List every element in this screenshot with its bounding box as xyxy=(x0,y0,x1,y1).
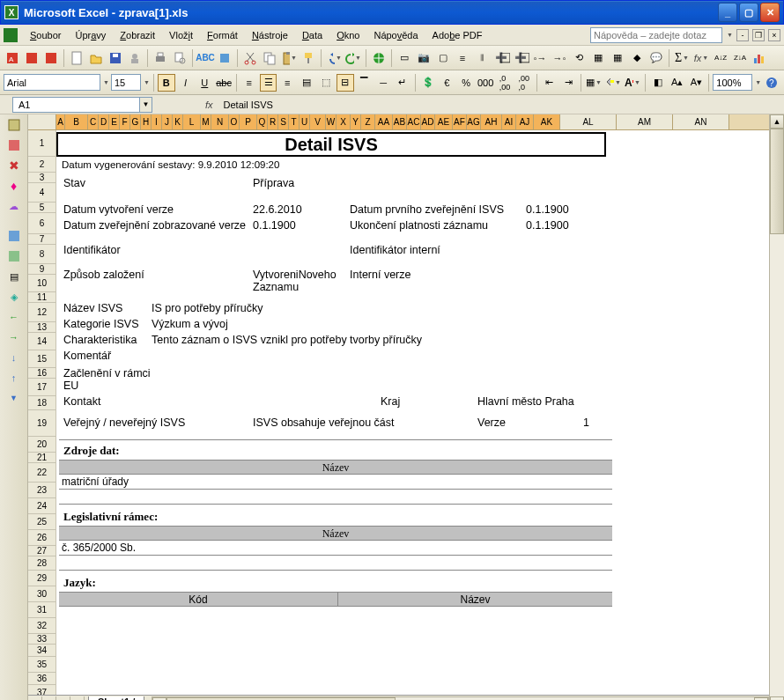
align-left-icon[interactable]: ≡ xyxy=(240,74,258,92)
insert-cols-icon[interactable]: ➕⃞ xyxy=(512,49,529,67)
menu-adobe[interactable]: Adobe PDF xyxy=(425,28,490,42)
bold-button[interactable]: B xyxy=(158,74,175,92)
row-header[interactable]: 36 xyxy=(28,673,55,685)
row-header[interactable]: 2 xyxy=(28,157,55,173)
row-header[interactable]: 33 xyxy=(28,634,55,645)
col-header[interactable]: X xyxy=(337,114,351,129)
menu-file[interactable]: Soubor xyxy=(23,28,68,42)
col-header[interactable]: AI xyxy=(502,114,516,129)
row-header[interactable]: 12 xyxy=(28,303,55,322)
name-box-dropdown-icon[interactable]: ▼ xyxy=(140,97,152,113)
autosum-icon[interactable]: Σ▼ xyxy=(673,49,691,67)
menu-window[interactable]: Okno xyxy=(329,28,366,42)
currency-icon[interactable]: 💲 xyxy=(419,74,437,92)
font-name-select[interactable] xyxy=(4,74,100,91)
merge-icon[interactable]: ⬚ xyxy=(317,74,335,92)
percent-icon[interactable]: % xyxy=(457,74,475,92)
row-header[interactable]: 1 xyxy=(28,130,55,157)
col-header[interactable]: I xyxy=(152,114,162,129)
form-icon[interactable]: ▭ xyxy=(396,49,413,67)
col-header[interactable]: AL xyxy=(560,114,617,129)
row-header[interactable]: 13 xyxy=(28,322,55,333)
col-header[interactable]: C xyxy=(88,114,99,129)
col-header[interactable]: H xyxy=(141,114,152,129)
maximize-button[interactable]: ▢ xyxy=(739,3,758,22)
col-header[interactable]: AK xyxy=(534,114,560,129)
inc-decimal-icon[interactable]: ,0,00 xyxy=(496,74,514,92)
hscroll-left-icon[interactable]: ◀ xyxy=(152,697,166,701)
side-templates-icon[interactable] xyxy=(5,116,23,134)
autoformat-icon[interactable]: ◧ xyxy=(649,74,667,92)
col-header[interactable]: F xyxy=(120,114,130,129)
format-painter-icon[interactable] xyxy=(300,49,317,67)
paste-icon[interactable]: ▼ xyxy=(280,49,298,67)
row-header[interactable]: 25 xyxy=(28,514,55,530)
row-header[interactable]: 31 xyxy=(28,602,55,618)
row-header[interactable]: 30 xyxy=(28,586,55,602)
permissions-icon[interactable] xyxy=(126,49,144,67)
zoom-dropdown-icon[interactable]: ▼ xyxy=(755,79,761,85)
row-header[interactable]: 17 xyxy=(28,379,55,396)
fx-icon[interactable]: fx xyxy=(205,99,213,110)
insert-cell-icon[interactable]: ▦ xyxy=(589,49,607,67)
row-header[interactable]: 16 xyxy=(28,368,55,379)
hscroll-right-icon[interactable]: ▶ xyxy=(754,697,768,701)
col-header[interactable]: AH xyxy=(481,114,502,129)
side-delete-icon[interactable]: ✖ xyxy=(5,157,23,174)
camera-icon[interactable]: 📷 xyxy=(415,49,433,67)
insert-rows-icon[interactable]: ➕⃞ xyxy=(492,49,510,67)
row-header[interactable]: 6 xyxy=(28,213,55,234)
menu-data[interactable]: Data xyxy=(295,28,329,42)
row-header[interactable]: 3 xyxy=(28,173,55,183)
open-icon[interactable] xyxy=(87,49,105,67)
sheet-content[interactable]: Detail ISVS Datum vygenerování sestavy: … xyxy=(56,130,769,695)
cols-icon[interactable]: ⦀ xyxy=(473,49,491,67)
valign-top-icon[interactable]: ▔ xyxy=(356,74,374,92)
font-size-select[interactable] xyxy=(111,74,141,91)
justify-icon[interactable]: ▤ xyxy=(298,74,315,92)
row-header[interactable]: 8 xyxy=(28,245,55,264)
col-header[interactable]: D xyxy=(99,114,109,129)
new-comment-icon[interactable]: 💬 xyxy=(647,49,665,67)
menu-view[interactable]: Zobrazit xyxy=(113,28,162,42)
zoom-select[interactable] xyxy=(713,74,752,91)
italic-button[interactable]: I xyxy=(177,74,195,92)
close-button[interactable]: ✕ xyxy=(760,3,780,22)
minimize-button[interactable]: _ xyxy=(718,3,737,22)
formula-input[interactable]: Detail ISVS xyxy=(220,99,784,110)
col-header[interactable]: Y xyxy=(351,114,361,129)
borders-icon[interactable]: ▦▼ xyxy=(585,74,603,92)
help-icon[interactable]: ? xyxy=(763,74,780,92)
rows-icon[interactable]: ≡ xyxy=(454,49,471,67)
row-header[interactable]: 28 xyxy=(28,556,55,571)
vscroll-thumb[interactable] xyxy=(770,129,784,234)
redo-icon[interactable]: ▼ xyxy=(344,49,362,67)
row-header[interactable]: 26 xyxy=(28,530,55,546)
row-header[interactable]: 34 xyxy=(28,645,55,657)
col-header[interactable]: E xyxy=(109,114,120,129)
col-header[interactable]: AD xyxy=(421,114,435,129)
align-center-icon[interactable]: ☰ xyxy=(260,74,277,92)
remove-arrows-icon[interactable]: ⟲ xyxy=(570,49,588,67)
menu-help[interactable]: Nápověda xyxy=(366,28,425,42)
vertical-scrollbar[interactable]: ▲ ▼ xyxy=(769,114,784,700)
print-icon[interactable] xyxy=(152,49,169,67)
workbook-restore-button[interactable]: ❐ xyxy=(752,29,765,41)
decrease-indent-icon[interactable]: ⇤ xyxy=(541,74,558,92)
tab-nav-next-icon[interactable]: ▶ xyxy=(56,696,70,701)
row-header[interactable]: 21 xyxy=(28,453,55,463)
col-header[interactable]: J xyxy=(162,114,173,129)
new-icon[interactable] xyxy=(68,49,85,67)
col-header[interactable]: V xyxy=(310,114,326,129)
side-macro-icon[interactable]: ◈ xyxy=(5,288,23,306)
col-header[interactable]: AJ xyxy=(516,114,534,129)
fill-color-icon[interactable]: ▼ xyxy=(604,74,622,92)
align-right-icon[interactable]: ≡ xyxy=(278,74,296,92)
help-search-input[interactable] xyxy=(590,27,722,43)
research-icon[interactable] xyxy=(216,49,233,67)
col-header[interactable]: Q xyxy=(257,114,268,129)
row-header[interactable]: 7 xyxy=(28,234,55,245)
pdf-convert-icon[interactable]: A xyxy=(4,49,21,67)
sheet-tab[interactable]: Sheet1 / xyxy=(88,696,144,701)
del-cell-icon[interactable]: ▦ xyxy=(609,49,626,67)
